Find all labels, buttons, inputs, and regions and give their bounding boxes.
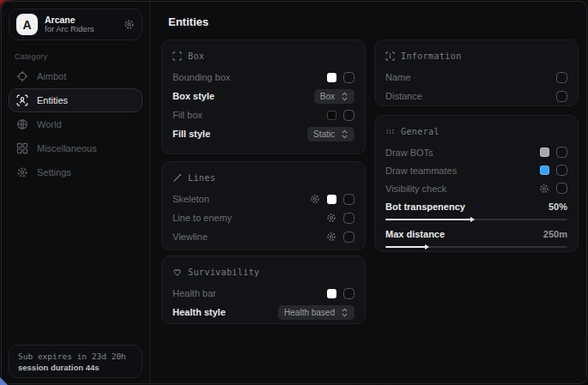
setting-row-draw-bots: Draw BOTs [385, 143, 567, 161]
box-style-dropdown[interactable]: Box [314, 89, 355, 104]
setting-label: Health bar [173, 288, 216, 298]
sidebar-item-entities[interactable]: Entities [9, 88, 142, 112]
setting-row-distance: Distance [385, 87, 567, 105]
unfold-icon [341, 308, 349, 317]
main-content: Entities Box Bounding box Box style Box [150, 2, 586, 383]
setting-row-visibility-check: Visibility check [385, 179, 567, 197]
setting-row-viewline: Viewline [173, 227, 355, 246]
config-gear-icon[interactable] [539, 183, 549, 194]
setting-label: Line to enemy [173, 213, 232, 223]
color-swatch[interactable] [327, 195, 336, 204]
config-gear-icon[interactable] [310, 194, 320, 204]
checkbox[interactable] [556, 165, 567, 176]
sidebar-item-label: Miscellaneous [37, 143, 97, 153]
setting-label: Max distance [385, 229, 445, 239]
color-swatch[interactable] [540, 147, 549, 157]
setting-label: Box style [173, 91, 215, 101]
fill-style-dropdown[interactable]: Static [307, 127, 355, 141]
panel-title: Lines [188, 173, 215, 183]
color-swatch[interactable] [327, 111, 336, 120]
category-label: Category [15, 52, 142, 61]
app-window: A Arcane for Arc Riders Category Aimbot … [1, 1, 587, 384]
sidebar-item-label: Settings [37, 167, 71, 177]
sidebar-item-label: Aimbot [37, 71, 66, 81]
bot-transparency-setting: Bot transpenency 50% [385, 199, 567, 220]
information-panel: Information Name Distance [374, 39, 579, 106]
checkbox[interactable] [343, 288, 355, 299]
checkbox[interactable] [343, 213, 355, 224]
slider-fill [385, 219, 471, 220]
bot-transparency-slider[interactable] [385, 219, 567, 220]
crosshair-icon [16, 70, 28, 82]
checkbox[interactable] [343, 110, 355, 121]
checkbox[interactable] [556, 72, 567, 83]
info-icon [385, 51, 395, 61]
health-style-dropdown[interactable]: Health based [278, 305, 355, 320]
slider-fill [385, 246, 426, 248]
information-panel-header: Information [385, 49, 567, 63]
sidebar-item-label: World [37, 119, 62, 129]
page-title: Entities [168, 15, 209, 28]
setting-row-health-style: Health style Health based [173, 303, 355, 322]
checkbox[interactable] [556, 183, 567, 194]
checkbox[interactable] [343, 232, 355, 243]
unfold-icon [341, 129, 349, 139]
setting-row-draw-teammates: Draw teammates [385, 161, 567, 179]
sidebar: A Arcane for Arc Riders Category Aimbot … [2, 2, 150, 383]
setting-row-name: Name [385, 68, 567, 87]
slider-value: 50% [549, 202, 567, 212]
checkbox[interactable] [343, 72, 355, 83]
setting-row-line-to-enemy: Line to enemy [173, 208, 355, 227]
max-distance-setting: Max distance 250m [385, 226, 567, 248]
survivability-panel-header: Survivability [173, 265, 355, 279]
setting-label: Viewline [173, 232, 208, 242]
general-panel-header: General [385, 124, 567, 138]
line-icon [173, 173, 182, 183]
scan-corners-icon [173, 51, 182, 61]
dropdown-value: Box [320, 92, 335, 101]
box-panel-header: Box [173, 49, 355, 63]
sidebar-item-miscellaneous[interactable]: Miscellaneous [9, 136, 142, 160]
config-gear-icon[interactable] [326, 213, 336, 223]
unfold-icon [341, 92, 349, 101]
panel-title: Survivability [188, 268, 259, 277]
survivability-panel: Survivability Health bar Health style He… [161, 256, 366, 324]
color-swatch[interactable] [327, 73, 336, 82]
setting-row-box-style: Box style Box [173, 87, 355, 105]
setting-label: Draw teammates [385, 165, 457, 176]
checkbox[interactable] [343, 194, 355, 205]
subscription-info: Sub expires in 23d 20h session duration … [9, 345, 142, 378]
setting-label: Fill box [173, 110, 203, 120]
settings-gear-icon[interactable] [124, 19, 135, 30]
globe-icon [16, 118, 28, 130]
slider-value: 250m [543, 229, 567, 239]
panel-title: General [401, 127, 439, 136]
color-swatch[interactable] [327, 289, 336, 298]
lines-panel: Lines Skeleton Line to enemy [161, 161, 366, 250]
setting-label: Health style [173, 307, 226, 317]
sidebar-item-aimbot[interactable]: Aimbot [9, 64, 142, 88]
setting-row-health-bar: Health bar [173, 284, 355, 303]
max-distance-slider[interactable] [385, 246, 567, 248]
color-swatch[interactable] [540, 165, 549, 175]
setting-label: Name [385, 72, 410, 82]
setting-row-bounding-box: Bounding box [173, 68, 355, 87]
gear-icon [16, 166, 28, 178]
brand-text: Arcane for Arc Riders [45, 15, 117, 34]
setting-label: Visibility check [385, 183, 446, 194]
dots-grid-icon [385, 127, 395, 136]
checkbox[interactable] [556, 91, 567, 102]
config-gear-icon[interactable] [326, 232, 336, 242]
setting-label: Skeleton [173, 194, 209, 204]
panel-title: Information [401, 51, 462, 61]
dropdown-value: Health based [284, 308, 335, 317]
setting-label: Bounding box [173, 72, 230, 82]
checkbox[interactable] [556, 147, 567, 158]
mouse-cursor [0, 377, 8, 385]
sidebar-item-world[interactable]: World [9, 112, 142, 136]
lines-panel-header: Lines [173, 171, 355, 184]
panel-title: Box [188, 51, 204, 61]
sidebar-item-settings[interactable]: Settings [9, 160, 142, 184]
setting-row-fill-box: Fill box [173, 105, 355, 124]
setting-label: Distance [385, 91, 422, 101]
